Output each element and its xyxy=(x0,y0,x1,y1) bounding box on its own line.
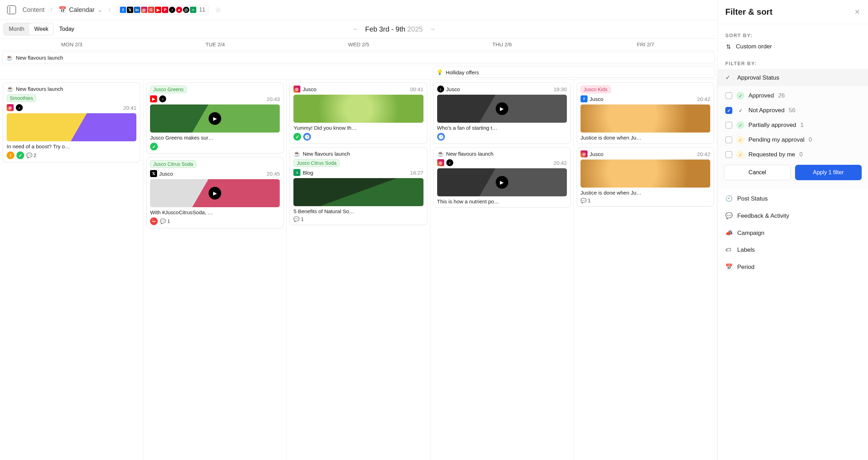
cup-icon: ☕ xyxy=(437,150,444,157)
filter-option-partial[interactable]: ✓ Partially approved 1 xyxy=(718,118,868,133)
card-caption: This is how a nutrient po… xyxy=(437,198,567,204)
card-caption: 5 Benefits of Natural So… xyxy=(293,208,423,214)
week-columns: ☕New flavours launch Smoothies ◎♪ 20:41 … xyxy=(0,80,717,460)
card-account: Jusco xyxy=(446,86,460,92)
card-time: 20:42 xyxy=(697,151,710,157)
post-card[interactable]: ◎Jusco 00:41 Yummy! Did you know th… ✓ 🕑 xyxy=(290,82,427,144)
instagram-icon: ◎ xyxy=(437,159,444,166)
checkbox[interactable] xyxy=(725,107,732,114)
pinterest-icon: P xyxy=(162,7,168,13)
day-column-fri: Jusco Kids fJusco 20:42 Justice is done … xyxy=(574,80,717,460)
instagram-icon: ◎ xyxy=(141,7,147,13)
close-icon[interactable]: ✕ xyxy=(854,8,860,16)
play-icon: ▶ xyxy=(496,102,508,115)
filter-feedback[interactable]: 💬 Feedback & Activity xyxy=(718,207,868,224)
post-card[interactable]: ◎Jusco 20:42 Justice is done when Ju… 💬1 xyxy=(577,147,714,207)
filter-campaign[interactable]: 📣 Campaign xyxy=(718,224,868,242)
cancel-button[interactable]: Cancel xyxy=(724,165,791,180)
view-segmented: Month Week xyxy=(4,23,54,35)
status-requested-icon: ✓ xyxy=(737,151,744,158)
card-thumbnail xyxy=(581,104,710,133)
sidebar-toggle-icon[interactable] xyxy=(7,5,16,14)
instagram-icon: ◎ xyxy=(7,104,14,111)
sort-value: Custom order xyxy=(736,43,772,50)
option-count: 0 xyxy=(809,136,812,143)
apply-filter-button[interactable]: Apply 1 filter xyxy=(795,165,862,180)
option-label: Approved xyxy=(748,92,774,99)
filter-option-not-approved[interactable]: ✓ Not Approved 56 xyxy=(718,103,868,118)
next-week-icon[interactable]: → xyxy=(429,26,435,33)
filter-label: Feedback & Activity xyxy=(737,212,789,219)
day-header: MON 2/3 xyxy=(0,39,143,50)
filter-option-pending[interactable]: ✓ Pending my approval 0 xyxy=(718,133,868,147)
post-card[interactable]: Jusco Kids fJusco 20:42 Justice is done … xyxy=(577,82,714,144)
card-campaign: New flavours launch xyxy=(446,151,494,157)
filter-period[interactable]: 📅 Period xyxy=(718,258,868,276)
checkbox[interactable] xyxy=(725,151,732,158)
card-time: 16:27 xyxy=(410,170,423,176)
filter-post-status[interactable]: 🕘 Post Status xyxy=(718,190,868,207)
calendar-icon: 📅 xyxy=(59,6,66,14)
post-card[interactable]: Jusco Citrus Soda 𝕏Jusco 20:45 ▶ With #J… xyxy=(146,157,284,228)
campaign-banner-label: Holliday offers xyxy=(446,69,479,75)
campaign-banner-flavours[interactable]: ☕ New flavours launch xyxy=(2,52,715,63)
card-time: 19:30 xyxy=(554,86,567,92)
network-count: 11 xyxy=(199,7,205,13)
filter-approval-status[interactable]: ✓ Approval Status xyxy=(718,69,868,86)
post-card[interactable]: ☕New flavours launch Smoothies ◎♪ 20:41 … xyxy=(3,82,140,162)
post-card[interactable]: Jusco Greens ▶♪ 20:43 ▶ Jusco Greens mak… xyxy=(146,82,284,154)
instagram-icon: ◎ xyxy=(293,86,300,93)
breadcrumb-calendar[interactable]: 📅 Calendar ⌄ xyxy=(59,6,103,14)
filter-section-label: FILTER BY: xyxy=(718,56,868,69)
option-count: 0 xyxy=(799,151,802,158)
card-caption: With #JuscoCitrusSoda, … xyxy=(150,209,280,215)
status-warning-icon: ! xyxy=(7,151,14,159)
checkbox[interactable] xyxy=(725,136,732,143)
option-label: Requested by me xyxy=(748,151,795,158)
filter-option-requested[interactable]: ✓ Requested by me 0 xyxy=(718,147,868,162)
play-icon: ▶ xyxy=(209,112,221,125)
pinterest2-icon: ● xyxy=(176,7,182,13)
sort-section-label: SORT BY: xyxy=(718,28,868,41)
breadcrumb-calendar-label: Calendar xyxy=(69,6,95,14)
clock-icon: 🕘 xyxy=(725,195,732,202)
prev-week-icon[interactable]: ← xyxy=(353,26,359,33)
card-account: Jusco xyxy=(590,151,603,157)
x-icon: 𝕏 xyxy=(127,7,133,13)
today-button[interactable]: Today xyxy=(59,26,74,32)
view-week-button[interactable]: Week xyxy=(29,23,53,35)
status-approved-icon: ✓ xyxy=(293,133,301,141)
post-card[interactable]: ☕New flavours launch ◎♪ 20:42 ▶ This is … xyxy=(433,147,571,208)
checkbox[interactable] xyxy=(725,92,732,99)
option-label: Partially approved xyxy=(748,122,796,129)
day-header: FRI 2/7 xyxy=(574,39,717,50)
sort-selector[interactable]: ⇅ Custom order xyxy=(718,41,868,56)
filter-label: Labels xyxy=(737,246,755,253)
networks-selector[interactable]: f 𝕏 in ◎ G ▶ P ♪ ● @ ≡ 11 xyxy=(117,5,209,15)
post-card[interactable]: ♪Jusco 19:30 ▶ Who's a fan of starting t… xyxy=(433,82,571,144)
option-count: 26 xyxy=(778,92,785,99)
favorite-icon[interactable]: ☆ xyxy=(215,6,221,14)
status-error-icon: ⛔ xyxy=(150,217,158,225)
day-header: THU 2/6 xyxy=(430,39,574,50)
comment-icon: 💬 xyxy=(293,216,299,222)
checkbox[interactable] xyxy=(725,122,732,129)
card-label: Jusco Kids xyxy=(581,86,611,93)
card-thumbnail: ▶ xyxy=(437,168,567,196)
campaign-banner-holiday[interactable]: 💡 Holliday offers xyxy=(433,67,715,78)
card-thumbnail xyxy=(7,113,136,141)
filter-labels[interactable]: 🏷 Labels xyxy=(718,242,868,258)
breadcrumb-separator-2: / xyxy=(109,7,110,13)
card-caption: Yummy! Did you know th… xyxy=(293,125,423,131)
breadcrumb-content[interactable]: Content xyxy=(22,6,45,14)
option-label: Pending my approval xyxy=(748,136,805,143)
card-caption: Who's a fan of starting t… xyxy=(437,125,567,131)
day-column-thu: ♪Jusco 19:30 ▶ Who's a fan of starting t… xyxy=(430,80,574,460)
status-approved-icon: ✓ xyxy=(737,92,744,100)
card-caption: In need of a boost? Try o… xyxy=(7,143,136,149)
filter-option-approved[interactable]: ✓ Approved 26 xyxy=(718,88,868,103)
view-month-button[interactable]: Month xyxy=(4,23,29,35)
cup-icon: ☕ xyxy=(6,54,13,61)
date-range-year: 2025 xyxy=(407,25,423,33)
post-card[interactable]: ☕New flavours launch Jusco Citrus Soda ≡… xyxy=(290,147,427,225)
